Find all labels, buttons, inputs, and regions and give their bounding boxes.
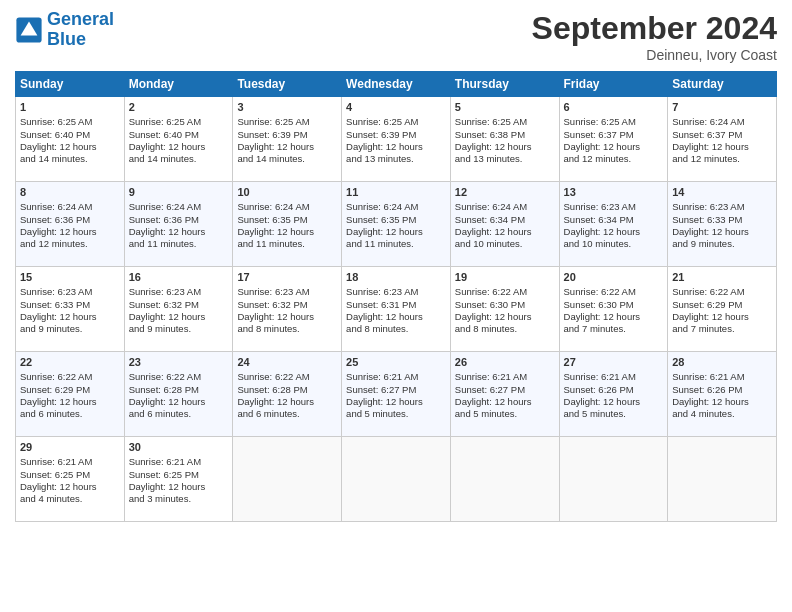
- day-info: Sunrise: 6:23 AM: [20, 286, 120, 298]
- calendar-cell: 6Sunrise: 6:25 AMSunset: 6:37 PMDaylight…: [559, 97, 668, 182]
- day-number: 22: [20, 355, 120, 369]
- day-info: and 8 minutes.: [346, 323, 446, 335]
- day-info: and 5 minutes.: [564, 408, 664, 420]
- calendar-cell: 12Sunrise: 6:24 AMSunset: 6:34 PMDayligh…: [450, 182, 559, 267]
- day-info: Daylight: 12 hours: [20, 481, 120, 493]
- day-number: 15: [20, 270, 120, 284]
- day-info: Sunset: 6:30 PM: [564, 299, 664, 311]
- day-info: and 8 minutes.: [455, 323, 555, 335]
- day-info: Sunrise: 6:22 AM: [129, 371, 229, 383]
- day-number: 4: [346, 100, 446, 114]
- day-info: Daylight: 12 hours: [564, 396, 664, 408]
- calendar-cell: 9Sunrise: 6:24 AMSunset: 6:36 PMDaylight…: [124, 182, 233, 267]
- day-number: 9: [129, 185, 229, 199]
- calendar-cell: 8Sunrise: 6:24 AMSunset: 6:36 PMDaylight…: [16, 182, 125, 267]
- calendar-cell: 15Sunrise: 6:23 AMSunset: 6:33 PMDayligh…: [16, 267, 125, 352]
- weekday-header-wednesday: Wednesday: [342, 72, 451, 97]
- calendar-cell: 11Sunrise: 6:24 AMSunset: 6:35 PMDayligh…: [342, 182, 451, 267]
- day-info: Daylight: 12 hours: [455, 226, 555, 238]
- day-info: Daylight: 12 hours: [455, 311, 555, 323]
- day-info: and 11 minutes.: [129, 238, 229, 250]
- day-info: Sunset: 6:39 PM: [346, 129, 446, 141]
- calendar-week-4: 22Sunrise: 6:22 AMSunset: 6:29 PMDayligh…: [16, 352, 777, 437]
- weekday-header-friday: Friday: [559, 72, 668, 97]
- day-info: Sunrise: 6:22 AM: [455, 286, 555, 298]
- logo-line2: Blue: [47, 29, 86, 49]
- day-info: Sunrise: 6:21 AM: [346, 371, 446, 383]
- logo-line1: General: [47, 9, 114, 29]
- day-info: Sunrise: 6:24 AM: [20, 201, 120, 213]
- calendar-cell: 30Sunrise: 6:21 AMSunset: 6:25 PMDayligh…: [124, 437, 233, 522]
- day-info: Sunset: 6:29 PM: [672, 299, 772, 311]
- day-info: Daylight: 12 hours: [346, 396, 446, 408]
- day-info: and 14 minutes.: [129, 153, 229, 165]
- day-info: Sunset: 6:26 PM: [564, 384, 664, 396]
- calendar-cell: 16Sunrise: 6:23 AMSunset: 6:32 PMDayligh…: [124, 267, 233, 352]
- calendar-cell: 13Sunrise: 6:23 AMSunset: 6:34 PMDayligh…: [559, 182, 668, 267]
- day-info: and 12 minutes.: [564, 153, 664, 165]
- day-info: Sunset: 6:40 PM: [20, 129, 120, 141]
- day-info: Sunset: 6:30 PM: [455, 299, 555, 311]
- day-info: Sunset: 6:40 PM: [129, 129, 229, 141]
- calendar-cell: 7Sunrise: 6:24 AMSunset: 6:37 PMDaylight…: [668, 97, 777, 182]
- weekday-header-tuesday: Tuesday: [233, 72, 342, 97]
- day-info: Daylight: 12 hours: [346, 311, 446, 323]
- day-number: 21: [672, 270, 772, 284]
- day-info: Sunset: 6:27 PM: [346, 384, 446, 396]
- day-info: Daylight: 12 hours: [237, 396, 337, 408]
- day-info: Sunrise: 6:22 AM: [20, 371, 120, 383]
- header: General Blue September 2024 Deinneu, Ivo…: [15, 10, 777, 63]
- day-info: Daylight: 12 hours: [672, 396, 772, 408]
- calendar-cell: 21Sunrise: 6:22 AMSunset: 6:29 PMDayligh…: [668, 267, 777, 352]
- day-info: Sunset: 6:36 PM: [20, 214, 120, 226]
- day-info: Sunrise: 6:21 AM: [20, 456, 120, 468]
- day-info: Sunset: 6:35 PM: [237, 214, 337, 226]
- logo-text: General Blue: [47, 10, 114, 50]
- day-info: and 12 minutes.: [672, 153, 772, 165]
- day-info: Sunset: 6:25 PM: [20, 469, 120, 481]
- day-info: Sunset: 6:39 PM: [237, 129, 337, 141]
- weekday-header-monday: Monday: [124, 72, 233, 97]
- weekday-header-saturday: Saturday: [668, 72, 777, 97]
- day-info: Sunrise: 6:25 AM: [455, 116, 555, 128]
- weekday-header-sunday: Sunday: [16, 72, 125, 97]
- calendar-cell: 27Sunrise: 6:21 AMSunset: 6:26 PMDayligh…: [559, 352, 668, 437]
- day-info: Daylight: 12 hours: [20, 226, 120, 238]
- day-info: Sunrise: 6:23 AM: [672, 201, 772, 213]
- day-number: 30: [129, 440, 229, 454]
- day-info: Sunset: 6:27 PM: [455, 384, 555, 396]
- day-info: Daylight: 12 hours: [237, 141, 337, 153]
- day-number: 6: [564, 100, 664, 114]
- day-info: Daylight: 12 hours: [346, 226, 446, 238]
- day-info: and 9 minutes.: [20, 323, 120, 335]
- day-info: and 4 minutes.: [672, 408, 772, 420]
- calendar-cell: 29Sunrise: 6:21 AMSunset: 6:25 PMDayligh…: [16, 437, 125, 522]
- day-info: Daylight: 12 hours: [237, 226, 337, 238]
- day-info: Sunrise: 6:24 AM: [672, 116, 772, 128]
- day-info: Daylight: 12 hours: [564, 226, 664, 238]
- calendar-cell: 19Sunrise: 6:22 AMSunset: 6:30 PMDayligh…: [450, 267, 559, 352]
- day-info: Sunset: 6:26 PM: [672, 384, 772, 396]
- day-info: Sunrise: 6:23 AM: [237, 286, 337, 298]
- day-number: 10: [237, 185, 337, 199]
- day-info: Sunset: 6:37 PM: [564, 129, 664, 141]
- day-number: 2: [129, 100, 229, 114]
- calendar-cell: 25Sunrise: 6:21 AMSunset: 6:27 PMDayligh…: [342, 352, 451, 437]
- calendar-table: SundayMondayTuesdayWednesdayThursdayFrid…: [15, 71, 777, 522]
- day-info: and 13 minutes.: [455, 153, 555, 165]
- calendar-cell: [342, 437, 451, 522]
- calendar-cell: 17Sunrise: 6:23 AMSunset: 6:32 PMDayligh…: [233, 267, 342, 352]
- day-info: Sunset: 6:33 PM: [672, 214, 772, 226]
- day-info: Sunset: 6:29 PM: [20, 384, 120, 396]
- day-number: 16: [129, 270, 229, 284]
- day-number: 29: [20, 440, 120, 454]
- calendar-cell: [668, 437, 777, 522]
- day-info: and 11 minutes.: [346, 238, 446, 250]
- day-info: Daylight: 12 hours: [129, 141, 229, 153]
- day-info: Daylight: 12 hours: [455, 396, 555, 408]
- day-info: Sunrise: 6:21 AM: [672, 371, 772, 383]
- day-info: Sunset: 6:25 PM: [129, 469, 229, 481]
- day-number: 1: [20, 100, 120, 114]
- month-title: September 2024: [532, 10, 777, 47]
- day-number: 20: [564, 270, 664, 284]
